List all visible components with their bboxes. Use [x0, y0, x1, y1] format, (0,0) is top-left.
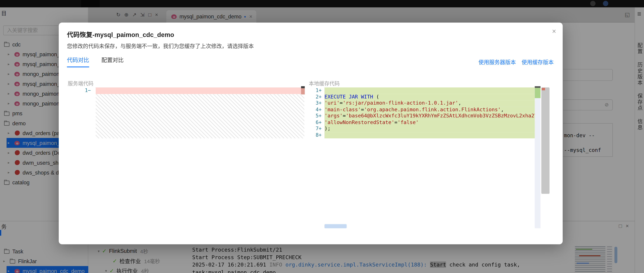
line-number: 1+ — [309, 88, 324, 94]
modal-tab-code-diff[interactable]: 代码对比 — [67, 55, 89, 67]
line-number: 7+ — [309, 126, 324, 132]
line-number: 8+ — [309, 132, 324, 138]
added-line-content: 'allowNonRestoredState'='false' — [324, 119, 535, 126]
removed-line-content — [96, 88, 304, 94]
overview-ruler-removed-mark — [301, 88, 305, 94]
line-number: 3+ — [309, 100, 324, 106]
diff-added-line: 7+); — [309, 126, 550, 132]
diff-removed-line: 1− — [67, 88, 304, 94]
line-number: 5+ — [309, 113, 324, 119]
overview-ruler — [535, 88, 540, 228]
overview-ruler-added-mark — [535, 88, 540, 98]
diff-hatch-region — [96, 94, 304, 138]
added-line-content — [324, 132, 535, 138]
diff-added-line: 3+'uri'='rs:jar/paimon-flink-action-1.0.… — [309, 100, 550, 106]
modal-tabs: 代码对比配置对比 — [67, 55, 136, 67]
added-line-content: EXECUTE JAR WITH ( — [324, 94, 535, 100]
use-server-version-link[interactable]: 使用服务器版本 — [478, 58, 516, 66]
modal-subtitle: 您修改的代码未保存，与服务端不一致，我们为您缓存了上次修改，请选择版本 — [67, 42, 254, 50]
code-recovery-modal: × 代码恢复-mysql_paimon_cdc_demo 您修改的代码未保存，与… — [59, 22, 563, 244]
modal-title: 代码恢复-mysql_paimon_cdc_demo — [67, 30, 174, 39]
diff-editor-server: 1− — [67, 88, 304, 235]
added-line-content — [324, 88, 535, 94]
added-line-content: 'main-class'='org.apache.paimon.flink.ac… — [324, 106, 535, 113]
use-cache-version-link[interactable]: 使用缓存版本 — [522, 58, 554, 66]
diff-scrollbar-thumb[interactable] — [541, 88, 550, 194]
line-number: 2+ — [309, 94, 324, 100]
overview-ruler-mark — [535, 86, 540, 88]
diff-added-line: 6+'allowNonRestoredState'='false' — [309, 119, 550, 126]
added-line-content: 'args'='base64@bXlzcWxfc3luY19kYXRhYmFzZ… — [324, 113, 535, 119]
overview-ruler-mark — [301, 86, 305, 88]
diff-added-line: 4+'main-class'='org.apache.paimon.flink.… — [309, 106, 550, 113]
diff-horizontal-scrollbar[interactable] — [324, 224, 347, 228]
app-root: ↻⊕↗⇲□× mysql_paimon_cdc_demo ● × ◱ 目 cdc… — [0, 0, 644, 273]
server-code-header: 服务端代码 — [68, 79, 94, 87]
modal-close-icon[interactable]: × — [552, 28, 556, 36]
diff-added-line: 2+EXECUTE JAR WITH ( — [309, 94, 550, 100]
modal-actions: 使用服务器版本使用缓存版本 — [478, 58, 554, 66]
line-number: 4+ — [309, 106, 324, 113]
added-line-content: 'uri'='rs:jar/paimon-flink-action-1.0.1.… — [324, 100, 535, 106]
diff-added-line: 8+ — [309, 132, 550, 138]
diff-added-line: 5+'args'='base64@bXlzcWxfc3luY19kYXRhYmF… — [309, 113, 550, 119]
diff-editor-local: 1+2+EXECUTE JAR WITH (3+'uri'='rs:jar/pa… — [309, 88, 550, 235]
modal-tab-config-diff[interactable]: 配置对比 — [102, 55, 124, 66]
line-number: 1− — [67, 88, 96, 94]
diff-added-line: 1+ — [309, 88, 550, 94]
line-number: 6+ — [309, 119, 324, 126]
added-line-content: ); — [324, 126, 535, 132]
local-cache-code-header: 本地缓存代码 — [309, 79, 340, 87]
scrollbar-removed-mark — [542, 88, 545, 90]
